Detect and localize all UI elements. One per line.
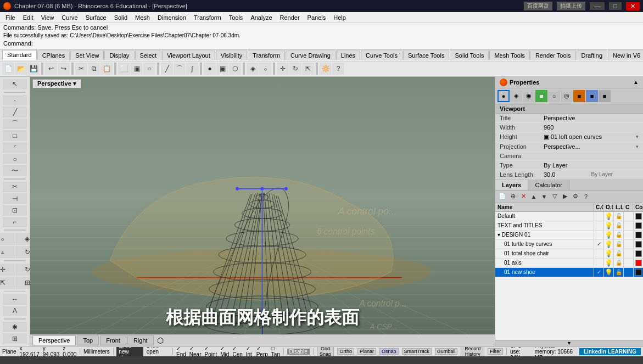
panel-scroll-down[interactable]: ▼	[495, 340, 643, 346]
menu-item-transform[interactable]: Transform	[191, 14, 225, 21]
mirror-tool[interactable]: ⊞	[15, 277, 31, 289]
toolbar-tab-set-view[interactable]: Set View	[70, 51, 104, 60]
undo-icon[interactable]: ↩	[45, 63, 57, 75]
gumball-btn[interactable]: Gumball	[435, 348, 458, 355]
menu-item-edit[interactable]: Edit	[20, 14, 37, 21]
layer-colorbox-design01[interactable]	[633, 231, 643, 239]
rotate-tool[interactable]: ↻	[15, 264, 31, 276]
new-sublayer-icon[interactable]: ⊕	[508, 192, 518, 201]
tab-front[interactable]: Front	[100, 335, 126, 345]
sweep-tool[interactable]: ⟁	[0, 246, 15, 258]
dimension-tool[interactable]: ↔	[3, 294, 27, 304]
maximize-viewport-icon[interactable]: ⬡	[157, 336, 164, 345]
proj-dropdown-icon[interactable]: ▾	[636, 144, 639, 149]
layer-on-axis[interactable]: 💡	[603, 259, 613, 267]
menu-item-tools[interactable]: Tools	[226, 14, 247, 21]
layer-colorbox-text[interactable]	[633, 221, 643, 230]
snap-mid[interactable]: ✓ Mid	[220, 346, 229, 356]
menu-item-analyze[interactable]: Analyze	[247, 14, 275, 21]
tab-perspective[interactable]: Perspective	[32, 335, 76, 345]
menu-item-render[interactable]: Render	[277, 14, 303, 21]
toolbar-tab-curve-tools[interactable]: Curve Tools	[361, 51, 402, 60]
offset-tool[interactable]: ⊡	[3, 205, 27, 215]
select-tool[interactable]: ↖	[3, 79, 27, 89]
material-icon[interactable]: ◈	[510, 90, 522, 102]
viewport-area[interactable]: A control po... 6 control points A contr…	[30, 77, 495, 346]
maximize-button[interactable]: □	[609, 2, 622, 10]
layer-color-newshoe[interactable]	[623, 268, 633, 277]
toolbar-tab-transform[interactable]: Transform	[248, 51, 285, 60]
toolbar-tab-select[interactable]: Select	[135, 51, 162, 60]
snap-point[interactable]: ✓ Point	[204, 346, 217, 356]
render-icon[interactable]: 🔆	[320, 63, 332, 75]
layer-colorbox-chair[interactable]	[633, 249, 643, 258]
menu-item-solid[interactable]: Solid	[111, 14, 131, 21]
toolbar-tab-drafting[interactable]: Drafting	[577, 51, 608, 60]
disable-btn[interactable]: Disable	[287, 349, 310, 355]
help-layer-icon[interactable]: ?	[581, 192, 591, 201]
surface-icon[interactable]: ◈	[247, 63, 259, 75]
layer-colorbox-default[interactable]	[633, 212, 643, 221]
snap-int[interactable]: ✓ Int	[246, 346, 253, 356]
ortho-btn[interactable]: Ortho	[337, 348, 354, 355]
display-icon[interactable]: ◉	[523, 90, 535, 102]
toolbar-tab-surface-tools[interactable]: Surface Tools	[403, 51, 449, 60]
point-tool[interactable]: ·	[3, 95, 27, 105]
expand-icon[interactable]: ▶	[560, 192, 570, 201]
gridsnap-btn[interactable]: Grid Snap	[317, 346, 334, 356]
layer-lock-newshoe[interactable]: 🔓	[613, 268, 623, 277]
command-input[interactable]	[35, 41, 640, 47]
circle-tool[interactable]: ○	[3, 154, 27, 164]
line-tool[interactable]: ╱	[3, 107, 27, 117]
menu-item-file[interactable]: File	[2, 14, 19, 21]
rotate-icon[interactable]: ↻	[289, 63, 301, 75]
mode2-icon[interactable]: ◎	[561, 90, 573, 102]
history-btn[interactable]: Record History	[461, 346, 484, 356]
surface-from-curves[interactable]: ⬦	[0, 233, 15, 245]
redo-icon[interactable]: ↪	[58, 63, 70, 75]
loft-tool[interactable]: ◈	[15, 233, 31, 245]
snap-tan[interactable]: □ Tan	[271, 346, 280, 356]
layer-lock-default[interactable]: 🔓	[613, 212, 623, 221]
prop-value-camtype[interactable]: By Layer	[544, 162, 639, 169]
toolbar-tab-lines[interactable]: Lines	[336, 51, 360, 60]
toolbar-tab-mesh-tools[interactable]: Mesh Tools	[489, 51, 529, 60]
upload-btn[interactable]: 拍摄上传	[557, 2, 585, 10]
object-properties-icon[interactable]: ●	[497, 90, 510, 102]
cut-icon[interactable]: ✂	[75, 63, 87, 75]
toolbar-tab-cplanes[interactable]: CPlanes	[37, 51, 70, 60]
prop-value-height[interactable]: ▣ 01 loft open curves	[544, 133, 636, 141]
move-down-icon[interactable]: ▼	[539, 192, 549, 201]
line-icon[interactable]: ╱	[161, 63, 173, 75]
prop-value-projection[interactable]: Perspective...	[544, 143, 636, 150]
extend-tool[interactable]: ⊣	[3, 193, 27, 204]
paste-icon[interactable]: 📋	[100, 63, 113, 75]
layer-on-chair[interactable]: 💡	[603, 249, 613, 258]
copy-icon[interactable]: ⧉	[88, 63, 100, 75]
cplane-tool[interactable]: ⊞	[3, 333, 27, 344]
menu-item-view[interactable]: View	[38, 14, 58, 21]
fillet-tool[interactable]: ⌐	[3, 217, 27, 227]
green-mode-icon[interactable]: ■	[535, 90, 547, 102]
move-tool[interactable]: ✛	[0, 264, 15, 276]
toolbar-tab-visibility[interactable]: Visibility	[216, 51, 248, 60]
sphere-icon[interactable]: ●	[204, 63, 216, 75]
layer-row-axis[interactable]: 01 axis 💡 🔓	[495, 259, 643, 268]
move-icon[interactable]: ✛	[277, 63, 289, 75]
tab-layers[interactable]: Layers	[495, 180, 528, 190]
menu-item-mesh[interactable]: Mesh	[132, 14, 153, 21]
layer-row-text-titles[interactable]: TEXT and TITLES 💡 🔓	[495, 221, 643, 231]
toolbar-tab-render-tools[interactable]: Render Tools	[530, 51, 576, 60]
layer-on-default[interactable]: 💡	[603, 212, 613, 221]
menu-item-surface[interactable]: Surface	[82, 14, 110, 21]
filter-btn[interactable]: Filter	[488, 348, 503, 355]
extrude-icon[interactable]: ⬦	[259, 63, 271, 75]
trim-tool[interactable]: ✂	[3, 182, 27, 192]
mode1-icon[interactable]: ○	[548, 90, 560, 102]
layer-color-axis[interactable]	[623, 259, 633, 267]
layer-on-newshoe[interactable]: 💡	[603, 268, 613, 277]
open-icon[interactable]: 📂	[15, 63, 27, 75]
close-button[interactable]: ✕	[626, 2, 640, 10]
properties-collapse-icon[interactable]: ▲	[633, 79, 639, 85]
snap-end[interactable]: ✓ End	[176, 346, 186, 356]
